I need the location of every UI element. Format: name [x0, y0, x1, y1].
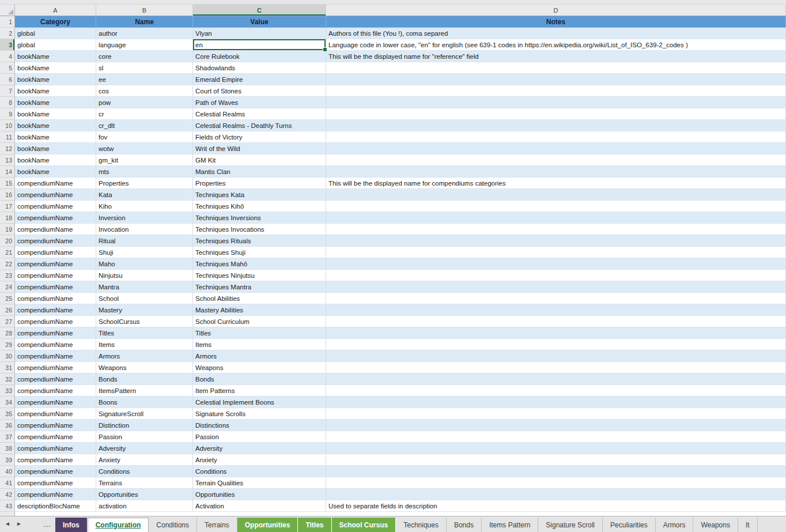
cell-C6[interactable]: Emerald Empire — [193, 74, 326, 85]
cell-A33[interactable]: compendiumName — [15, 385, 96, 397]
cell-B11[interactable]: fov — [96, 131, 193, 143]
cell-D41[interactable] — [326, 477, 786, 489]
row-header-32[interactable]: 32 — [0, 373, 15, 385]
cell-B32[interactable]: Bonds — [96, 373, 193, 385]
cell-D35[interactable] — [326, 408, 786, 420]
sheet-tab-school-cursus[interactable]: School Cursus — [332, 518, 396, 532]
cell-B28[interactable]: Titles — [96, 327, 193, 339]
cell-A4[interactable]: bookName — [15, 51, 96, 62]
cell-C24[interactable]: Techniques Mantra — [193, 281, 326, 293]
cell-B14[interactable]: mts — [96, 166, 193, 178]
cell-C38[interactable]: Adversity — [193, 443, 326, 454]
cell-D34[interactable] — [326, 397, 786, 408]
cell-D28[interactable] — [326, 327, 786, 339]
row-header-7[interactable]: 7 — [0, 85, 15, 97]
sheet-tab-bonds[interactable]: Bonds — [447, 518, 482, 532]
table-header-cell-C1[interactable]: Value — [193, 16, 326, 28]
cell-C27[interactable]: School Curriculum — [193, 316, 326, 327]
cell-B22[interactable]: Maho — [96, 258, 193, 270]
cell-D4[interactable]: This will be the displayed name for "ref… — [326, 51, 786, 62]
cell-C21[interactable]: Techniques Shuji — [193, 247, 326, 258]
row-header-39[interactable]: 39 — [0, 454, 15, 466]
cell-C35[interactable]: Signature Scrolls — [193, 408, 326, 420]
sheet-tab-armors[interactable]: Armors — [656, 518, 694, 532]
tabs-scroll-left-icon[interactable]: ◄ — [5, 521, 10, 527]
cell-A2[interactable]: global — [15, 28, 96, 39]
cell-D37[interactable] — [326, 431, 786, 443]
cell-C19[interactable]: Techniques Invocations — [193, 224, 326, 235]
cell-A15[interactable]: compendiumName — [15, 178, 96, 189]
cell-A26[interactable]: compendiumName — [15, 304, 96, 316]
cell-A38[interactable]: compendiumName — [15, 443, 96, 454]
cell-A14[interactable]: bookName — [15, 166, 96, 178]
cell-B3[interactable]: language — [96, 39, 193, 51]
row-header-12[interactable]: 12 — [0, 143, 15, 154]
row-header-8[interactable]: 8 — [0, 97, 15, 108]
cell-A31[interactable]: compendiumName — [15, 362, 96, 373]
row-header-30[interactable]: 30 — [0, 350, 15, 362]
cell-B17[interactable]: Kiho — [96, 201, 193, 212]
cell-C34[interactable]: Celestial Implement Boons — [193, 397, 326, 408]
cell-B33[interactable]: ItemsPattern — [96, 385, 193, 397]
cell-A12[interactable]: bookName — [15, 143, 96, 154]
row-header-35[interactable]: 35 — [0, 408, 15, 420]
cell-C30[interactable]: Armors — [193, 350, 326, 362]
cell-D7[interactable] — [326, 85, 786, 97]
cell-C42[interactable]: Opportunities — [193, 489, 326, 500]
sheet-tab-infos[interactable]: Infos — [55, 518, 88, 532]
cell-B39[interactable]: Anxiety — [96, 454, 193, 466]
cell-A41[interactable]: compendiumName — [15, 477, 96, 489]
active-cell[interactable]: en — [193, 39, 326, 51]
cell-B29[interactable]: Items — [96, 339, 193, 350]
cell-B7[interactable]: cos — [96, 85, 193, 97]
cell-D25[interactable] — [326, 293, 786, 304]
table-header-cell-A1[interactable]: Category — [15, 16, 96, 28]
cell-A10[interactable]: bookName — [15, 120, 96, 131]
cell-D29[interactable] — [326, 339, 786, 350]
sheet-tab-techniques[interactable]: Techniques — [396, 518, 447, 532]
cell-D32[interactable] — [326, 373, 786, 385]
cell-A37[interactable]: compendiumName — [15, 431, 96, 443]
row-header-41[interactable]: 41 — [0, 477, 15, 489]
cell-B16[interactable]: Kata — [96, 189, 193, 201]
cell-C41[interactable]: Terrain Qualities — [193, 477, 326, 489]
cell-B15[interactable]: Properties — [96, 178, 193, 189]
cell-C23[interactable]: Techniques Ninjutsu — [193, 270, 326, 281]
row-header-2[interactable]: 2 — [0, 28, 15, 39]
cell-A22[interactable]: compendiumName — [15, 258, 96, 270]
cell-D19[interactable] — [326, 224, 786, 235]
row-header-3[interactable]: 3 — [0, 39, 15, 51]
cell-C5[interactable]: Shadowlands — [193, 62, 326, 74]
cell-D43[interactable]: Used to separate fields in description — [326, 500, 786, 512]
cell-C7[interactable]: Court of Stones — [193, 85, 326, 97]
cell-A27[interactable]: compendiumName — [15, 316, 96, 327]
cell-D8[interactable] — [326, 97, 786, 108]
cell-B24[interactable]: Mantra — [96, 281, 193, 293]
cell-B23[interactable]: Ninjutsu — [96, 270, 193, 281]
cell-B25[interactable]: School — [96, 293, 193, 304]
cell-D17[interactable] — [326, 201, 786, 212]
column-header-B[interactable]: B — [96, 5, 193, 16]
cell-C33[interactable]: Item Patterns — [193, 385, 326, 397]
cell-A3[interactable]: global — [15, 39, 96, 51]
cell-A28[interactable]: compendiumName — [15, 327, 96, 339]
cell-D6[interactable] — [326, 74, 786, 85]
cell-C28[interactable]: Titles — [193, 327, 326, 339]
row-header-36[interactable]: 36 — [0, 420, 15, 431]
cell-D12[interactable] — [326, 143, 786, 154]
cell-B38[interactable]: Adversity — [96, 443, 193, 454]
cell-D16[interactable] — [326, 189, 786, 201]
cell-D3[interactable]: Language code in lower case, "en" for en… — [326, 39, 786, 51]
row-header-28[interactable]: 28 — [0, 327, 15, 339]
cell-B9[interactable]: cr — [96, 108, 193, 120]
cell-A35[interactable]: compendiumName — [15, 408, 96, 420]
cell-B18[interactable]: Inversion — [96, 212, 193, 224]
cell-B20[interactable]: Ritual — [96, 235, 193, 247]
cell-A5[interactable]: bookName — [15, 62, 96, 74]
cell-D24[interactable] — [326, 281, 786, 293]
cell-D30[interactable] — [326, 350, 786, 362]
cell-C31[interactable]: Weapons — [193, 362, 326, 373]
cell-A30[interactable]: compendiumName — [15, 350, 96, 362]
row-header-25[interactable]: 25 — [0, 293, 15, 304]
cell-D39[interactable] — [326, 454, 786, 466]
